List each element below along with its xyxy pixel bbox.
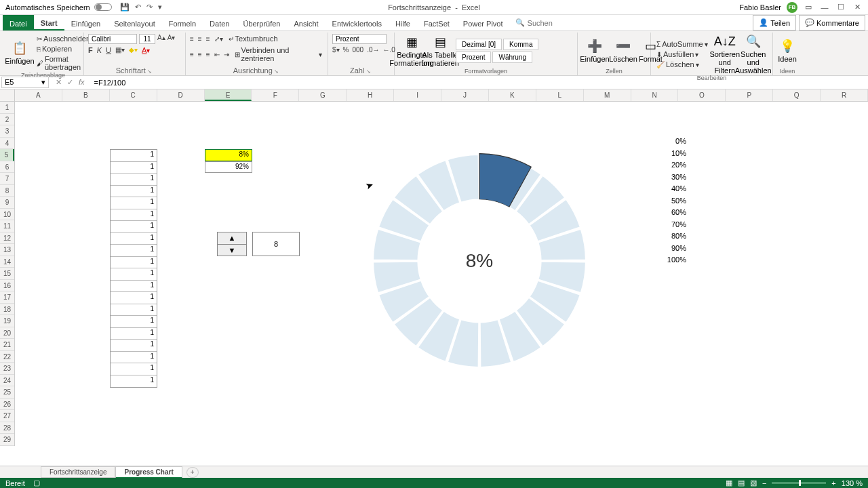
view-pagelayout-icon[interactable]: ▤ <box>738 479 745 487</box>
delete-cells-button[interactable]: ➖Löschen <box>610 34 636 68</box>
col-header-D[interactable]: D <box>157 89 205 101</box>
ribbon-mode-icon[interactable]: ▭ <box>803 2 814 13</box>
tab-data[interactable]: Daten <box>203 15 236 30</box>
col-header-A[interactable]: A <box>15 89 62 101</box>
save-icon[interactable]: 💾 <box>120 3 130 12</box>
row-header-19[interactable]: 19 <box>0 315 14 327</box>
cell-area[interactable]: 11111111111111111111 8% 92% ▲ ▼ 8 0%10%2… <box>15 102 868 466</box>
autosave-toggle[interactable]: Automatisches Speichern <box>5 3 112 12</box>
launcher-icon[interactable]: ↘ <box>274 68 280 75</box>
find-select-button[interactable]: 🔍Suchen und Auswählen <box>741 34 766 75</box>
wrap-text-button[interactable]: ↵ Textumbruch <box>227 34 279 43</box>
zoom-out-icon[interactable]: − <box>762 479 766 487</box>
align-right-icon[interactable]: ≡ <box>206 51 210 58</box>
align-center-icon[interactable]: ≡ <box>198 51 202 58</box>
toggle-off-icon[interactable] <box>94 3 112 11</box>
align-middle-icon[interactable]: ≡ <box>198 35 202 43</box>
cell-c[interactable]: 1 <box>111 150 157 162</box>
col-header-F[interactable]: F <box>252 89 299 101</box>
col-header-R[interactable]: R <box>821 89 868 101</box>
align-top-icon[interactable]: ≡ <box>190 35 194 43</box>
row-header-25[interactable]: 25 <box>0 386 14 399</box>
cell-c[interactable]: 1 <box>111 292 157 304</box>
col-header-O[interactable]: O <box>678 89 726 101</box>
cell-e6[interactable]: 92% <box>205 161 252 174</box>
row-header-9[interactable]: 9 <box>0 197 14 209</box>
cell-c[interactable]: 1 <box>111 209 157 222</box>
cell-pct[interactable]: 0% <box>647 137 688 149</box>
row-header-7[interactable]: 7 <box>0 173 14 185</box>
avatar[interactable]: FB <box>787 2 797 13</box>
cell-c[interactable]: 1 <box>111 316 157 328</box>
col-header-Q[interactable]: Q <box>773 89 821 101</box>
cell-pct[interactable]: 20% <box>647 161 688 173</box>
row-header-21[interactable]: 21 <box>0 339 14 351</box>
border-button[interactable]: ▦▾ <box>115 46 125 54</box>
row-header-1[interactable]: 1 <box>0 102 14 114</box>
row-header-8[interactable]: 8 <box>0 185 14 197</box>
cell-c[interactable]: 1 <box>111 304 157 317</box>
spinner-up-icon[interactable]: ▲ <box>218 232 246 245</box>
col-header-J[interactable]: J <box>441 89 489 101</box>
row-header-13[interactable]: 13 <box>0 244 14 256</box>
row-header-5[interactable]: 5 <box>0 149 14 161</box>
row-header-15[interactable]: 15 <box>0 268 14 280</box>
cell-c[interactable]: 1 <box>111 162 157 174</box>
spinner-value-cell[interactable]: 8 <box>252 232 300 256</box>
ideas-button[interactable]: 💡Ideen <box>777 34 797 68</box>
row-header-27[interactable]: 27 <box>0 410 14 422</box>
col-header-H[interactable]: H <box>347 89 394 101</box>
column-headers[interactable]: ABCDEFGHIJKLMNOPQR <box>15 89 868 102</box>
cell-c[interactable]: 1 <box>111 363 157 375</box>
tab-factset[interactable]: FactSet <box>417 15 456 30</box>
cell-pct[interactable]: 10% <box>647 149 688 161</box>
row-header-23[interactable]: 23 <box>0 363 14 375</box>
zoom-in-icon[interactable]: + <box>831 479 835 487</box>
comma-icon[interactable]: 000 <box>352 46 363 54</box>
col-header-I[interactable]: I <box>394 89 441 101</box>
worksheet[interactable]: ABCDEFGHIJKLMNOPQR 123456789101112131415… <box>0 89 868 466</box>
cell-c[interactable]: 1 <box>111 257 157 269</box>
name-box[interactable]: E5▾ <box>1 77 49 88</box>
sort-filter-button[interactable]: A↓ZSortieren und Filtern <box>712 34 738 75</box>
row-header-4[interactable]: 4 <box>0 138 14 150</box>
cancel-formula-icon[interactable]: ✕ <box>56 78 62 87</box>
row-header-28[interactable]: 28 <box>0 422 14 434</box>
row-header-22[interactable]: 22 <box>0 351 14 363</box>
cell-pct[interactable]: 100% <box>647 256 688 268</box>
cell-c[interactable]: 1 <box>111 328 157 340</box>
cell-c[interactable]: 1 <box>111 221 157 233</box>
indent-inc-icon[interactable]: ⇥ <box>224 51 229 58</box>
view-normal-icon[interactable]: ▦ <box>726 479 732 487</box>
cell-c[interactable]: 1 <box>111 174 157 186</box>
cell-style[interactable]: Prozent <box>456 52 491 63</box>
minimize-icon[interactable]: — <box>819 2 830 13</box>
font-color-button[interactable]: A▾ <box>142 46 150 54</box>
row-header-18[interactable]: 18 <box>0 304 14 316</box>
row-header-16[interactable]: 16 <box>0 280 14 292</box>
add-sheet-button[interactable]: + <box>186 467 199 478</box>
tab-view[interactable]: Ansicht <box>287 15 325 30</box>
cell-c[interactable]: 1 <box>111 375 157 388</box>
currency-icon[interactable]: $▾ <box>332 46 340 54</box>
clear-button[interactable]: 🧹 Löschen ▾ <box>655 60 709 69</box>
percent-icon[interactable]: % <box>343 46 349 54</box>
zoom-level[interactable]: 130 % <box>842 479 863 487</box>
launcher-icon[interactable]: ↘ <box>366 68 372 75</box>
italic-button[interactable]: K <box>97 46 102 54</box>
cell-c[interactable]: 1 <box>111 197 157 209</box>
tab-start[interactable]: Start <box>34 15 64 30</box>
col-header-C[interactable]: C <box>110 89 157 101</box>
cell-style[interactable]: Währung <box>492 52 532 63</box>
spinner-down-icon[interactable]: ▼ <box>218 245 246 256</box>
cell-c[interactable]: 1 <box>111 245 157 257</box>
row-header-12[interactable]: 12 <box>0 232 14 245</box>
row-header-6[interactable]: 6 <box>0 161 14 174</box>
percent-list[interactable]: 0%10%20%30%40%50%60%70%80%90%100% <box>647 137 688 268</box>
cell-style[interactable]: Dezimal [0] <box>456 39 502 50</box>
row-header-17[interactable]: 17 <box>0 291 14 304</box>
search-box[interactable]: 🔍 Suchen <box>515 15 553 30</box>
tab-dev[interactable]: Entwicklertools <box>326 15 389 30</box>
paste-button[interactable]: 📋Einfügen <box>7 34 33 72</box>
row-header-11[interactable]: 11 <box>0 220 14 232</box>
